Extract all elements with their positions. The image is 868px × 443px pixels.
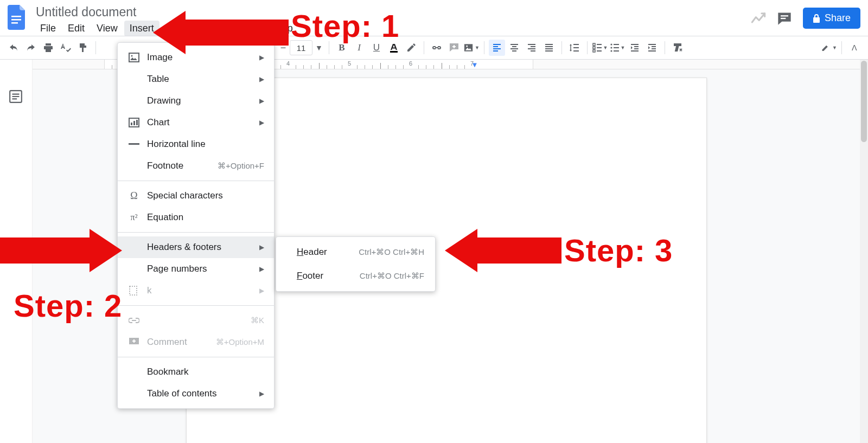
annotation-label-step3: Step: 3 (564, 232, 673, 268)
svg-point-13 (610, 50, 612, 52)
align-right-button[interactable] (524, 40, 540, 56)
activity-icon[interactable] (751, 12, 766, 25)
redo-button[interactable] (23, 40, 39, 56)
annotation-label-step2: Step: 2 (14, 287, 122, 324)
link-icon (126, 317, 142, 324)
image-icon (126, 53, 142, 62)
separator (587, 41, 588, 54)
submenu-arrow-icon: ▶ (259, 119, 264, 126)
clear-formatting-button[interactable] (669, 40, 686, 56)
separator (424, 41, 424, 54)
insert-drawing[interactable]: Drawing ▶ (118, 90, 274, 112)
separator (665, 41, 665, 54)
annotation-arrow-step1 (153, 11, 289, 54)
annotation-label-step1: Step: 1 (291, 8, 399, 44)
line-spacing-button[interactable] (566, 40, 583, 56)
insert-link-button[interactable] (429, 40, 445, 56)
svg-point-12 (610, 47, 612, 48)
scroll-thumb[interactable] (861, 61, 867, 142)
editing-mode-button[interactable]: ▼ (821, 40, 837, 56)
annotation-arrow-step3 (445, 229, 561, 272)
undo-button[interactable] (5, 40, 22, 56)
menu-divider (118, 305, 274, 306)
decrease-indent-button[interactable] (627, 40, 643, 56)
menu-file[interactable]: File (35, 21, 61, 36)
svg-rect-22 (130, 286, 137, 295)
increase-indent-button[interactable] (644, 40, 660, 56)
insert-footnote[interactable]: Footnote ⌘+Option+F (118, 155, 274, 177)
insert-special-characters[interactable]: Ω Special characters (118, 185, 274, 207)
svg-rect-0 (11, 16, 21, 17)
menu-view[interactable]: View (91, 21, 123, 36)
svg-rect-15 (129, 53, 139, 62)
svg-rect-1 (11, 19, 21, 21)
insert-headers-footers[interactable]: Headers & footers ▶ (118, 236, 274, 258)
lock-icon (813, 14, 820, 23)
collapse-toolbar-button[interactable]: ᐱ (846, 40, 863, 56)
print-button[interactable] (40, 40, 56, 56)
align-left-button[interactable] (489, 40, 505, 56)
svg-rect-10 (593, 50, 595, 52)
svg-rect-2 (11, 22, 18, 24)
svg-rect-8 (593, 43, 595, 46)
spellcheck-button[interactable] (58, 40, 74, 56)
insert-break[interactable]: k ▶ (118, 280, 274, 301)
svg-rect-20 (136, 120, 138, 125)
pi-icon: π² (126, 213, 142, 222)
insert-bookmark[interactable]: Bookmark (118, 361, 274, 383)
separator (95, 41, 96, 54)
share-label: Share (825, 12, 851, 24)
insert-toc[interactable]: Table of contents ▶ (118, 383, 274, 405)
insert-horizontal-line[interactable]: Horizontal line (118, 133, 274, 155)
annotation-arrow-step2 (0, 229, 122, 272)
header-right: Share (751, 8, 863, 29)
menu-edit[interactable]: Edit (62, 21, 90, 36)
svg-point-7 (466, 46, 468, 47)
align-justify-button[interactable] (541, 40, 557, 56)
svg-rect-21 (129, 143, 139, 145)
comment-add-icon (126, 337, 142, 347)
insert-page-numbers[interactable]: Page numbers ▶ (118, 258, 274, 280)
align-center-button[interactable] (506, 40, 522, 56)
separator (484, 41, 484, 54)
submenu-footer[interactable]: Footer Ctrl+⌘O Ctrl+⌘F (276, 264, 435, 288)
submenu-arrow-icon: ▶ (259, 265, 264, 273)
separator (841, 41, 842, 54)
headers-footers-submenu: Header Ctrl+⌘O Ctrl+⌘H Footer Ctrl+⌘O Ct… (276, 236, 436, 292)
svg-rect-3 (781, 15, 788, 16)
menu-divider (118, 357, 274, 357)
insert-comment-menu[interactable]: Comment ⌘+Option+M (118, 331, 274, 353)
vertical-scrollbar[interactable] (860, 60, 868, 443)
bullet-list-button[interactable]: ▼ (609, 40, 626, 56)
chart-icon (126, 118, 142, 127)
insert-link-menu[interactable]: ⌘K (118, 310, 274, 331)
svg-rect-19 (133, 121, 135, 125)
submenu-arrow-icon: ▶ (259, 97, 264, 105)
insert-table[interactable]: Table ▶ (118, 68, 274, 90)
font-size-input[interactable] (290, 43, 312, 53)
add-comment-button[interactable] (446, 40, 462, 56)
submenu-arrow-icon: ▶ (259, 287, 264, 294)
paint-format-button[interactable] (75, 40, 91, 56)
svg-rect-18 (131, 123, 132, 125)
comments-icon[interactable] (777, 11, 792, 25)
svg-rect-5 (390, 51, 398, 53)
insert-menu: Image ▶ Table ▶ Drawing ▶ Chart ▶ Horizo… (117, 42, 275, 409)
checklist-button[interactable]: ▼ (592, 40, 608, 56)
app-root: Untitled document File Edit View Insert … (0, 0, 868, 443)
insert-image-button[interactable]: ▼ (463, 40, 480, 56)
docs-logo[interactable] (5, 5, 29, 29)
svg-rect-4 (781, 17, 786, 18)
submenu-arrow-icon: ▶ (259, 243, 264, 251)
omega-icon: Ω (126, 190, 142, 202)
submenu-header[interactable]: Header Ctrl+⌘O Ctrl+⌘H (276, 240, 435, 264)
share-button[interactable]: Share (803, 8, 860, 29)
svg-point-11 (610, 43, 612, 45)
submenu-arrow-icon: ▶ (259, 54, 264, 61)
hline-icon (126, 143, 142, 145)
insert-equation[interactable]: π² Equation (118, 207, 274, 228)
menu-divider (118, 232, 274, 233)
insert-chart[interactable]: Chart ▶ (118, 112, 274, 133)
highlight-button[interactable] (403, 40, 419, 56)
outline-icon[interactable] (9, 89, 24, 105)
